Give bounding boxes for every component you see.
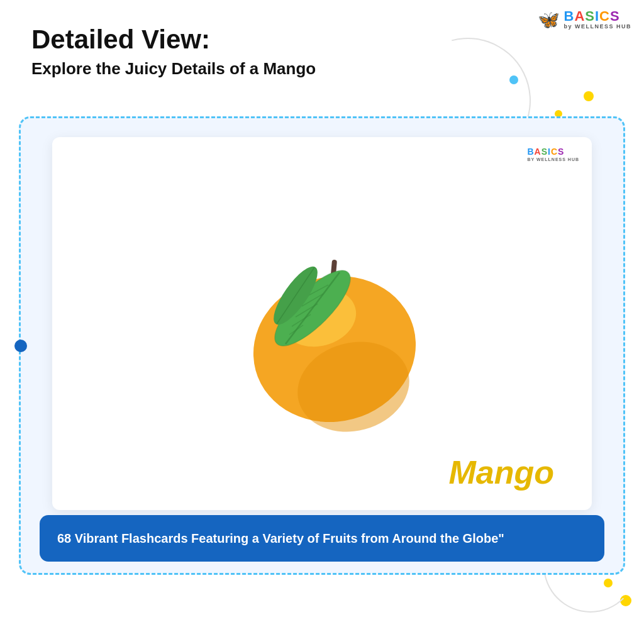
nav-dot-left[interactable] [14, 340, 27, 352]
logo-basics-text: BASICS [564, 9, 631, 24]
flashcard: BASICS by WELLNESS HUB [52, 137, 592, 510]
logo-area: 🦋 BASICS by WELLNESS HUB [538, 9, 631, 30]
mango-label: Mango [448, 453, 554, 491]
dashed-container: BASICS by WELLNESS HUB [19, 116, 625, 575]
main-title: Detailed View: [31, 25, 619, 54]
description-box: 68 Vibrant Flashcards Featuring a Variet… [40, 515, 604, 562]
sub-title: Explore the Juicy Details of a Mango [31, 59, 619, 79]
deco-dot-yellow-1 [584, 91, 594, 101]
page-wrapper: 🦋 BASICS by WELLNESS HUB Detailed View: … [0, 0, 644, 644]
butterfly-icon: 🦋 [538, 9, 560, 30]
mango-area: Mango [52, 137, 592, 510]
title-section: Detailed View: Explore the Juicy Details… [31, 25, 619, 79]
mango-svg [203, 192, 441, 456]
logo-text: BASICS by WELLNESS HUB [564, 9, 631, 30]
description-text: 68 Vibrant Flashcards Featuring a Variet… [57, 529, 587, 548]
